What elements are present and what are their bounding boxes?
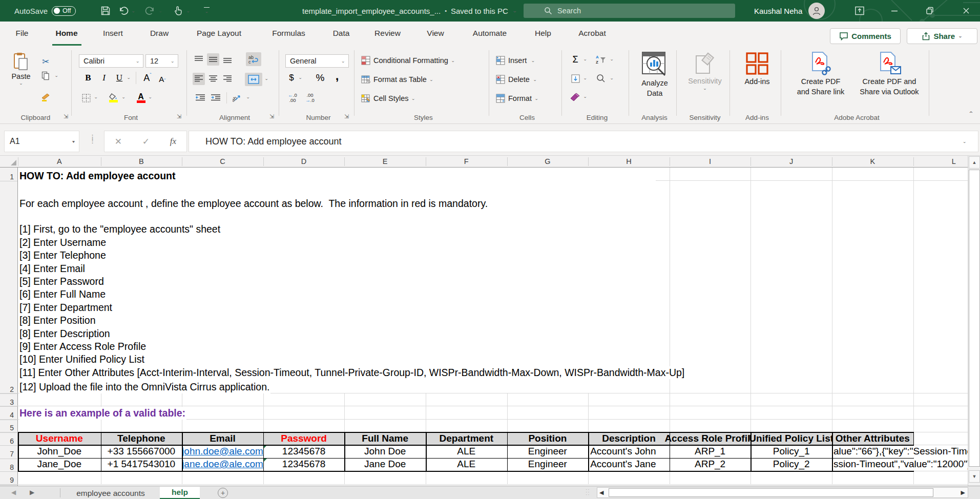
restore-button[interactable] [925,0,935,22]
cell-text-step[interactable]: [3] Enter Telephone [19,249,107,262]
column-header-D[interactable]: D [263,156,345,167]
column-header-K[interactable]: K [832,156,913,167]
touch-mode-button[interactable]: ⌄ [173,0,190,22]
formula-input[interactable]: HOW TO: Add employee account ⌄ [189,131,978,152]
merge-center-dropdown[interactable]: ⌄ [264,76,268,80]
scroll-down-button[interactable]: ▼ [969,470,980,483]
comments-button[interactable]: Comments [830,28,901,44]
align-top-button[interactable] [193,53,205,66]
increase-indent-button[interactable] [209,92,222,103]
cancel-formula-icon[interactable]: ✕ [115,136,122,147]
increase-font-button[interactable]: Aˆ [141,72,154,84]
copy-dropdown[interactable]: ⌄ [54,73,58,77]
column-header-C[interactable]: C [182,156,263,167]
align-left-button[interactable] [193,73,205,85]
table-cell[interactable]: ARP_2 [670,458,751,471]
format-cells-button[interactable]: Format⌄ [496,92,538,105]
number-dialog-launcher[interactable]: ⇲ [344,113,349,120]
fill-color-button[interactable] [107,91,119,104]
create-pdf-share-outlook-button[interactable]: Create PDF and Share via Outlook [854,49,924,97]
column-header-B[interactable]: B [101,156,182,167]
insert-cells-button[interactable]: Insert⌄ [496,54,535,67]
table-cell-overflow[interactable]: alue":"66"},{"key":"Session-Timeout" [833,445,968,457]
vertical-scroll-thumb[interactable] [969,170,980,467]
cell-text-step[interactable]: [11] Enter Other Attributes [Acct-Interi… [19,366,685,379]
row-header-1[interactable]: 1 [10,173,14,181]
table-cell[interactable]: John_Doe [18,445,101,458]
table-cell[interactable]: ARP_1 [670,445,751,458]
saved-status[interactable]: Saved to this PC [451,7,508,15]
scroll-right-button[interactable]: ▶ [961,489,965,496]
ribbon-tab-acrobat[interactable]: Acrobat [574,22,610,45]
create-pdf-share-link-button[interactable]: Create PDF and Share link [790,49,851,97]
table-header-cell[interactable]: Description [588,432,670,445]
ribbon-tab-home[interactable]: Home [52,22,81,45]
table-cell[interactable]: Account's Jane [588,458,670,471]
ribbon-tab-draw[interactable]: Draw [148,22,171,45]
new-sheet-button[interactable]: + [218,488,228,498]
cell-text-step[interactable]: [1] First, go to the "employee accounts"… [19,223,221,236]
wrap-text-button[interactable]: abc [246,52,261,66]
scroll-left-button[interactable]: ◀ [599,489,603,496]
find-select-button[interactable] [594,73,608,84]
row-header-9[interactable]: 9 [10,476,14,484]
name-box-dropdown[interactable]: ▾ [72,139,75,143]
font-size-select[interactable]: 12⌄ [145,54,178,68]
collapse-ribbon-button[interactable]: ⌃ [968,111,974,117]
table-cell[interactable]: John Doe [344,445,426,458]
accounting-format-button[interactable]: $ [287,72,296,84]
comma-button[interactable]: , [333,70,341,82]
undo-button[interactable]: ⌄ [118,0,135,22]
quick-access-customize[interactable]: ⌄ [204,0,210,22]
table-cell[interactable]: 12345678 [263,445,345,458]
font-dialog-launcher[interactable]: ⇲ [177,113,181,120]
horizontal-scrollbar[interactable]: ◀ ▶ [597,487,968,498]
increase-decimal-button[interactable]: ←.0.00 [286,91,299,105]
ribbon-tab-insert[interactable]: Insert [100,22,126,45]
table-cell[interactable]: Jane Doe [344,458,426,471]
enter-formula-icon[interactable]: ✓ [142,136,150,147]
cell-text-step12[interactable]: [12] Upload the file into the OmniVista … [19,381,270,393]
align-bottom-button[interactable] [221,53,234,66]
row-header-3[interactable]: 3 [10,398,14,406]
save-button[interactable] [100,0,111,22]
spreadsheet-grid[interactable]: ABCDEFGHIJKL 123456789 HOW TO: Add emplo… [0,156,968,486]
column-header-E[interactable]: E [344,156,426,167]
cell-text-heading[interactable]: HOW TO: Add employee account [19,170,176,182]
autosave-toggle[interactable]: AutoSave Off [14,0,76,22]
document-title[interactable]: template_import_employee_accounts_... • … [302,0,517,22]
table-header-cell[interactable]: Unified Policy List [750,432,832,445]
analyze-data-button[interactable]: Analyze Data [637,49,673,98]
format-as-table-button[interactable]: Format as Table⌄ [361,73,433,86]
table-cell[interactable]: +1 5417543010 [101,458,182,471]
font-color-dropdown[interactable]: ⌄ [148,95,152,99]
fill-button[interactable] [570,73,581,84]
table-cell[interactable]: jane.doe@ale.com [182,458,263,471]
table-header-cell[interactable]: Full Name [344,432,426,445]
table-cell[interactable]: ALE [426,445,507,458]
format-painter-button[interactable] [40,92,51,102]
autosum-button[interactable]: Σ [570,53,581,66]
paste-button[interactable]: Paste ⌄ [6,49,36,86]
alignment-dialog-launcher[interactable]: ⇲ [269,113,274,120]
clipboard-dialog-launcher[interactable]: ⇲ [64,113,68,120]
ribbon-tab-data[interactable]: Data [331,22,351,45]
clear-dropdown[interactable]: ⌄ [583,94,587,98]
redo-button[interactable]: ⌄ [145,0,162,22]
fill-color-dropdown[interactable]: ⌄ [121,95,126,99]
underline-button[interactable]: U [114,72,124,84]
cell-text-step[interactable]: [10] Enter Unified Policy List [19,353,145,366]
cell-text-example[interactable]: Here is an example of a valid table: [19,407,186,420]
addins-button[interactable]: Add-ins [739,49,775,86]
sort-filter-button[interactable]: AZ [594,53,608,66]
cell-text-step[interactable]: [9] Enter Access Role Profile [19,340,147,353]
table-cell[interactable]: Engineer [507,445,589,458]
fill-dropdown[interactable]: ⌄ [583,76,587,80]
orientation-button[interactable]: ab [231,92,244,103]
row-header-4[interactable]: 4 [10,411,14,419]
autosum-dropdown[interactable]: ⌄ [583,57,587,61]
expand-formula-bar[interactable]: ⌄ [963,139,967,143]
undo-dropdown[interactable]: ⌄ [131,9,135,13]
ribbon-tab-file[interactable]: File [15,22,29,45]
row-header-6[interactable]: 6 [10,437,14,445]
